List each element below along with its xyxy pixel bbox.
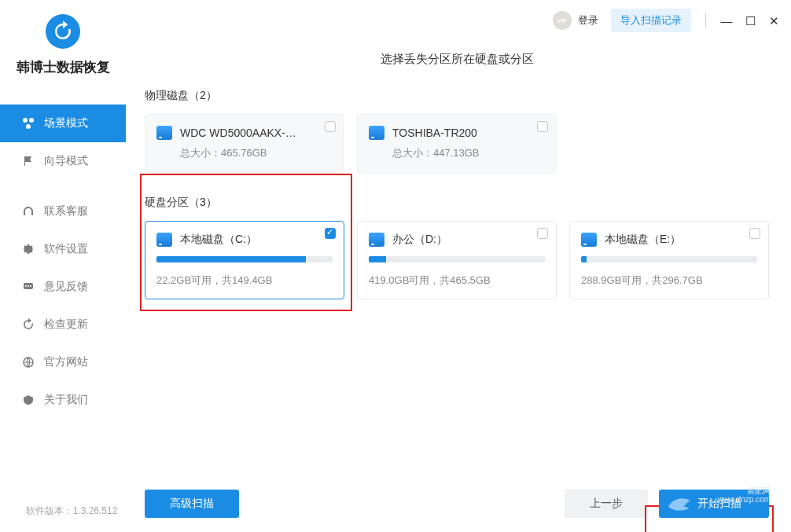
usage-bar — [156, 256, 333, 262]
partition-row: 本地磁盘（C:） 22.2GB可用，共149.4GB 办公（D:） 419.0G… — [145, 221, 769, 299]
nav-list: 场景模式 向导模式 联系客服 软件设置 意见反馈 检查更新 官方网站 — [0, 105, 126, 419]
sidebar-item-label: 场景模式 — [44, 116, 88, 130]
start-scan-label: 开始扫描 — [697, 497, 741, 511]
window-controls: — ☐ ✕ — [720, 15, 780, 27]
svg-point-8 — [30, 285, 31, 287]
sidebar-item-scene[interactable]: 场景模式 — [0, 105, 126, 142]
separator — [705, 13, 706, 28]
import-scan-button[interactable]: 导入扫描记录 — [611, 9, 691, 32]
checkbox[interactable] — [325, 121, 336, 132]
content: 选择丢失分区所在硬盘或分区 物理磁盘（2） WDC WD5000AAKX-… 总… — [126, 41, 791, 532]
app-logo-icon — [46, 14, 80, 49]
update-icon — [22, 318, 35, 331]
main-area: VIP 登录 导入扫描记录 — ☐ ✕ 选择丢失分区所在硬盘或分区 物理磁盘（2… — [126, 0, 791, 532]
logo-area: 韩博士数据恢复 — [0, 0, 126, 86]
close-icon[interactable]: ✕ — [767, 15, 780, 27]
sidebar-item-label: 关于我们 — [44, 393, 88, 407]
usage-fill — [156, 256, 306, 262]
usage-bar — [581, 256, 757, 262]
sidebar-item-wizard[interactable]: 向导模式 — [0, 142, 126, 180]
checkbox[interactable] — [537, 228, 548, 239]
svg-point-7 — [28, 285, 29, 287]
globe-icon — [22, 356, 35, 369]
svg-rect-4 — [31, 212, 33, 215]
headset-icon — [22, 205, 35, 218]
sidebar: 韩博士数据恢复 场景模式 向导模式 联系客服 软件设置 意见反馈 检查更新 — [0, 0, 126, 532]
deep-scan-button[interactable]: 高级扫描 — [145, 490, 239, 518]
usage-fill — [581, 256, 587, 262]
sidebar-item-label: 向导模式 — [44, 154, 88, 168]
disk-size: 总大小：465.76GB — [180, 146, 333, 160]
partition-name: 办公（D:） — [392, 233, 447, 247]
drive-icon — [156, 233, 172, 247]
disk-name: TOSHIBA-TR200 — [392, 127, 477, 139]
login-link[interactable]: 登录 — [578, 13, 598, 28]
feedback-icon — [22, 281, 35, 293]
usage-bar — [369, 256, 545, 262]
usage-fill — [369, 256, 386, 262]
sidebar-item-website[interactable]: 官方网站 — [0, 343, 126, 381]
partition-name: 本地磁盘（C:） — [180, 233, 257, 247]
disk-icon — [156, 126, 172, 140]
start-scan-button[interactable]: 开始扫描 装配网 www.dnzp.com — [659, 490, 769, 518]
sidebar-item-update[interactable]: 检查更新 — [0, 306, 126, 343]
drive-icon — [369, 233, 384, 247]
scene-icon — [22, 117, 35, 130]
svg-point-1 — [29, 118, 34, 123]
sidebar-item-support[interactable]: 联系客服 — [0, 193, 126, 230]
sidebar-item-label: 意见反馈 — [44, 280, 88, 294]
svg-point-0 — [23, 118, 28, 123]
avatar-badge: VIP — [557, 18, 566, 24]
minimize-icon[interactable]: — — [720, 15, 733, 27]
sidebar-item-label: 官方网站 — [44, 355, 88, 369]
version-label: 软件版本：1.3.26.512 — [0, 504, 143, 518]
start-scan-wrap: 开始扫描 装配网 www.dnzp.com — [659, 490, 769, 518]
footer: 高级扫描 上一步 开始扫描 装配网 www.dnzp.com — [145, 490, 769, 518]
sidebar-item-label: 检查更新 — [44, 317, 88, 332]
disk-name: WDC WD5000AAKX-… — [180, 127, 296, 139]
checkbox[interactable] — [537, 121, 548, 132]
avatar[interactable]: VIP — [553, 11, 572, 30]
page-title: 选择丢失分区所在硬盘或分区 — [145, 52, 769, 67]
partition-card-d[interactable]: 办公（D:） 419.0GB可用，共465.5GB — [357, 221, 557, 299]
about-icon — [22, 394, 35, 406]
maximize-icon[interactable]: ☐ — [744, 15, 756, 27]
partition-section: 硬盘分区（3） 本地磁盘（C:） 22.2GB可用，共149.4GB — [145, 196, 769, 299]
sidebar-item-settings[interactable]: 软件设置 — [0, 230, 126, 268]
dolphin-icon — [665, 493, 694, 513]
sidebar-item-label: 联系客服 — [44, 204, 88, 218]
partition-card-c[interactable]: 本地磁盘（C:） 22.2GB可用，共149.4GB — [145, 221, 344, 299]
gear-icon — [22, 243, 35, 255]
sidebar-item-feedback[interactable]: 意见反馈 — [0, 268, 126, 306]
checkbox[interactable] — [749, 228, 760, 239]
drive-icon — [581, 233, 597, 247]
partition-usage: 288.9GB可用，共296.7GB — [581, 273, 757, 288]
prev-button[interactable]: 上一步 — [565, 490, 648, 518]
app-name: 韩博士数据恢复 — [0, 58, 126, 76]
physical-disk-card[interactable]: TOSHIBA-TR200 总大小：447.13GB — [357, 114, 557, 174]
sidebar-item-about[interactable]: 关于我们 — [0, 381, 126, 419]
sidebar-item-label: 软件设置 — [44, 242, 88, 256]
partition-section-title: 硬盘分区（3） — [145, 196, 769, 210]
physical-disk-section-title: 物理磁盘（2） — [145, 89, 769, 103]
partition-usage: 419.0GB可用，共465.5GB — [369, 273, 545, 288]
titlebar: VIP 登录 导入扫描记录 — ☐ ✕ — [126, 0, 791, 41]
physical-disk-row: WDC WD5000AAKX-… 总大小：465.76GB TOSHIBA-TR… — [145, 114, 769, 174]
svg-point-6 — [25, 285, 27, 287]
disk-icon — [369, 126, 384, 140]
flag-icon — [22, 155, 35, 167]
partition-usage: 22.2GB可用，共149.4GB — [156, 273, 333, 288]
physical-disk-card[interactable]: WDC WD5000AAKX-… 总大小：465.76GB — [145, 114, 344, 174]
partition-name: 本地磁盘（E:） — [605, 233, 681, 247]
partition-card-e[interactable]: 本地磁盘（E:） 288.9GB可用，共296.7GB — [569, 221, 769, 299]
checkbox[interactable] — [325, 228, 336, 239]
svg-point-2 — [26, 124, 31, 129]
disk-size: 总大小：447.13GB — [392, 146, 545, 160]
svg-rect-3 — [24, 212, 25, 215]
